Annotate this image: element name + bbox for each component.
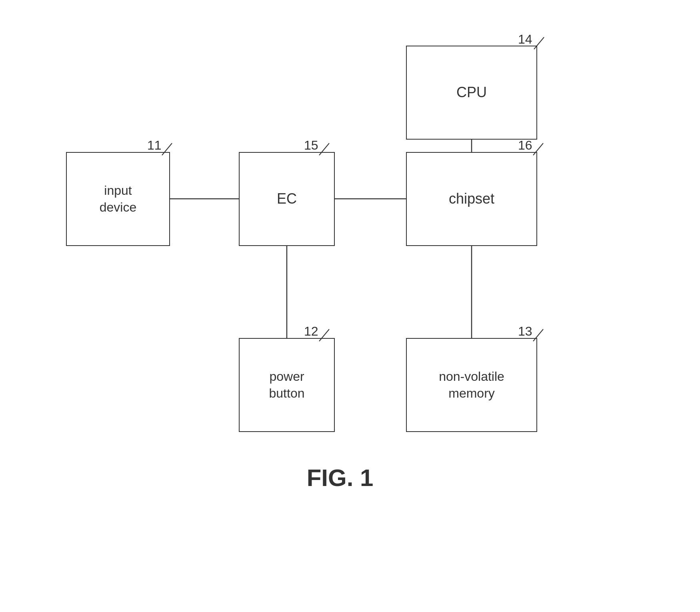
input-device-tick [160,141,176,157]
connections-svg [0,0,700,612]
cpu-block: CPU [406,46,537,140]
non-volatile-memory-tick [531,327,547,343]
ec-tick [317,141,333,157]
chipset-number: 16 [518,138,532,153]
svg-line-7 [533,143,543,155]
power-button-block: power button [239,338,335,432]
svg-line-10 [533,329,543,341]
figure-label: FIG. 1 [260,464,420,492]
power-button-tick [317,327,333,343]
power-button-label: power button [269,368,305,402]
input-device-label: input device [100,182,137,216]
diagram-container: CPU 14 EC 15 chipset 16 input device 11 … [0,0,700,612]
svg-line-6 [319,143,329,155]
ec-number: 15 [304,138,318,153]
cpu-tick [532,35,548,51]
power-button-number: 12 [304,324,318,339]
chipset-label: chipset [449,190,494,208]
svg-line-5 [534,37,544,49]
ec-label: EC [277,190,297,208]
chipset-tick [531,141,547,157]
svg-line-8 [162,143,172,155]
non-volatile-memory-block: non-volatile memory [406,338,537,432]
input-device-number: 11 [147,138,162,153]
chipset-block: chipset [406,152,537,246]
cpu-label: CPU [456,83,487,102]
svg-line-9 [319,329,329,341]
input-device-block: input device [66,152,170,246]
cpu-number: 14 [518,32,532,47]
non-volatile-memory-label: non-volatile memory [439,368,504,402]
ec-block: EC [239,152,335,246]
non-volatile-memory-number: 13 [518,324,532,339]
